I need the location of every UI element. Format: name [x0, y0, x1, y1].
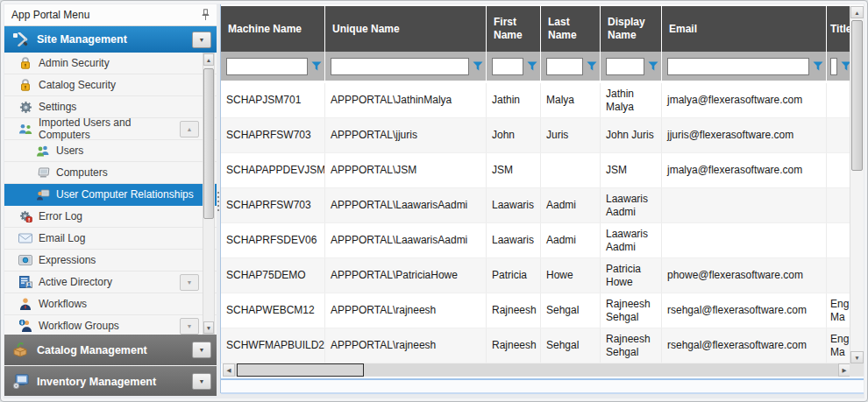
filter-input-machine-name[interactable] [226, 58, 308, 75]
cell-last-name: Aadmi [541, 223, 601, 257]
section-site-management[interactable]: Site Management ▼ [4, 26, 217, 53]
sidebar-item-admin-security[interactable]: Admin Security [4, 53, 217, 74]
sidebar: App Portal Menu Site Management ▼ Admin … [4, 4, 217, 396]
section-catalog-management[interactable]: Catalog Management ▼ [4, 335, 217, 365]
column-header-label: Title [830, 23, 850, 36]
table-row[interactable]: SCHAPAPPDEVJSMAPPPORTAL\JSMJSMJSMjmalya@… [221, 153, 850, 188]
table-row[interactable]: SCHAPJSM701APPPORTAL\JathinMalyaJathinMa… [221, 83, 850, 118]
cell-last-name: Aadmi [541, 188, 601, 222]
sidebar-item-error-log[interactable]: Error Log [4, 206, 217, 228]
workflow-groups-icon [17, 320, 34, 332]
scrollbar-track[interactable] [235, 363, 838, 377]
cell-display-name: Rajneesh Sehgal [601, 293, 662, 328]
table-row[interactable]: SCHAPRFSDEV06APPPORTAL\LaawarisAadmiLaaw… [221, 223, 850, 258]
expand-button[interactable]: ▼ [180, 318, 199, 335]
column-header-display-name[interactable]: Display Name [601, 6, 662, 52]
cell-unique-name: APPPORTAL\JathinMalya [325, 83, 487, 117]
sidebar-item-workflows[interactable]: Workflows [4, 293, 217, 315]
cell-machine-name: SCHAPRFSDEV06 [221, 223, 325, 257]
filter-input-title[interactable] [830, 58, 837, 75]
chevron-down-icon: ▼ [199, 378, 205, 384]
cell-last-name: Sehgal [541, 328, 601, 363]
scrollbar-track[interactable] [850, 18, 864, 351]
scrollbar-thumb[interactable] [851, 20, 863, 171]
sidebar-item-catalog-security[interactable]: Catalog Security [4, 74, 217, 96]
table-row[interactable]: SCHAP75DEMOAPPPORTAL\PatriciaHowePatrici… [221, 258, 850, 293]
sidebar-item-label: User Computer Relationships [56, 188, 194, 201]
grid-vertical-scrollbar[interactable]: ▲ ▼ [850, 6, 864, 363]
filter-funnel-icon[interactable] [587, 61, 597, 71]
column-header-label: Last Name [548, 16, 593, 42]
column-header-label: Unique Name [332, 23, 400, 36]
filter-funnel-icon[interactable] [311, 61, 322, 71]
cell-first-name: Rajneesh [487, 293, 541, 328]
pin-icon[interactable] [202, 9, 210, 21]
cell-machine-name: SCHWFMAPBUILD2 [221, 328, 325, 363]
sidebar-item-users[interactable]: Users [4, 140, 217, 162]
grid-horizontal-scrollbar[interactable]: ◀ ▶ [223, 363, 850, 377]
column-header-first-name[interactable]: First Name [487, 6, 541, 52]
scroll-left-icon[interactable]: ◀ [223, 363, 235, 377]
scroll-up-icon[interactable]: ▲ [850, 6, 864, 18]
table-row[interactable]: SCHAPRFSW703APPPORTAL\LaawarisAadmiLaawa… [221, 188, 850, 223]
sidebar-item-settings[interactable]: Settings [4, 96, 217, 118]
column-header-machine-name[interactable]: Machine Name [221, 6, 325, 52]
sidebar-item-expressions[interactable]: Expressions [4, 250, 217, 272]
scrollbar-thumb[interactable] [203, 68, 214, 219]
cell-machine-name: SCHAPWEBCM12 [221, 293, 325, 328]
sidebar-header: App Portal Menu [4, 4, 217, 26]
sidebar-item-label: Users [56, 145, 83, 157]
cell-machine-name: SCHAP75DEMO [221, 258, 325, 293]
scroll-up-icon[interactable]: ▲ [203, 53, 214, 66]
filter-funnel-icon[interactable] [813, 61, 823, 71]
column-header-label: Display Name [608, 16, 654, 42]
sidebar-item-imported-users-and-computers[interactable]: Imported Users and Computers▲ [4, 118, 217, 140]
cell-unique-name: APPPORTAL\LaawarisAadmi [325, 223, 487, 257]
filter-input-email[interactable] [667, 58, 809, 75]
column-header-last-name[interactable]: Last Name [541, 6, 601, 52]
cell-first-name: Rajneesh [487, 328, 541, 363]
filter-cell-unique-name [325, 52, 487, 81]
collapse-button[interactable]: ▲ [180, 121, 199, 138]
column-header-unique-name[interactable]: Unique Name [325, 6, 487, 52]
cell-last-name: Sehgal [541, 293, 601, 328]
collapse-section-button[interactable]: ▼ [192, 32, 211, 48]
sidebar-item-workflow-groups[interactable]: Workflow Groups▼ [4, 315, 217, 335]
filter-funnel-icon[interactable] [473, 61, 483, 71]
sidebar-item-email-log[interactable]: Email Log [4, 228, 217, 250]
sidebar-item-label: Settings [39, 101, 76, 113]
table-row[interactable]: SCHAPWEBCM12APPPORTAL\rajneeshRajneeshSe… [221, 293, 850, 328]
expand-section-button[interactable]: ▼ [192, 342, 211, 358]
filter-input-first-name[interactable] [492, 58, 523, 75]
workflows-icon [17, 298, 34, 310]
sidebar-item-label: Expressions [39, 254, 96, 266]
cell-email: jjuris@flexerasoftware.com [662, 118, 827, 152]
filter-input-unique-name[interactable] [331, 58, 469, 75]
scroll-down-icon[interactable]: ▼ [203, 321, 214, 334]
filter-input-display-name[interactable] [606, 58, 644, 75]
column-header-email[interactable]: Email [662, 6, 827, 52]
filter-funnel-icon[interactable] [527, 61, 537, 71]
sidebar-item-active-directory[interactable]: Active Directory▼ [4, 272, 217, 293]
scrollbar-thumb[interactable] [237, 363, 364, 377]
sidebar-scrollbar[interactable]: ▲ ▼ [203, 53, 215, 335]
sidebar-item-label: Workflows [39, 298, 87, 310]
expand-section-button[interactable]: ▼ [192, 373, 211, 390]
section-inventory-management[interactable]: Inventory Management ▼ [4, 366, 217, 396]
expand-button[interactable]: ▼ [180, 274, 199, 291]
scroll-down-icon[interactable]: ▼ [850, 351, 864, 363]
scrollbar-track[interactable] [203, 66, 214, 321]
filter-cell-display-name [601, 52, 662, 81]
scroll-right-icon[interactable]: ▶ [838, 363, 850, 377]
table-row[interactable]: SCHAPRFSW703APPPORTAL\jjurisJohnJurisJoh… [221, 118, 850, 153]
sidebar-item-user-computer-relationships[interactable]: User Computer Relationships [4, 184, 217, 206]
cell-title: Eng Ma [827, 328, 850, 363]
column-header-title[interactable]: Title [827, 6, 850, 52]
filter-funnel-icon[interactable] [648, 61, 658, 71]
filter-input-last-name[interactable] [546, 58, 583, 75]
sidebar-item-computers[interactable]: Computers [4, 162, 217, 184]
sidebar-item-label: Error Log [39, 210, 82, 222]
users-icon [34, 145, 52, 157]
table-row[interactable]: SCHWFMAPBUILD2APPPORTAL\rajneeshRajneesh… [221, 328, 850, 363]
sidebar-item-label: Computers [56, 166, 108, 179]
